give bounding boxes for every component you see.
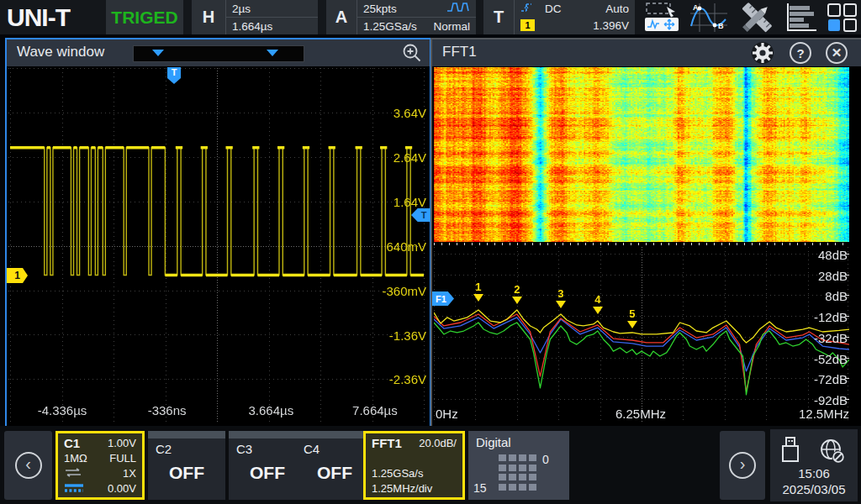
voltage-label: 3.64V — [367, 106, 426, 120]
peak-marker-number: 1 — [471, 281, 486, 293]
digital-channel-square — [519, 484, 526, 491]
fft-window: FFT1 ? ✕ 48dB — [430, 38, 861, 428]
voltage-label: -2.36V — [367, 372, 426, 386]
channel4-id: C4 — [296, 438, 373, 456]
peak-marker-number: 5 — [625, 308, 640, 320]
clock-date: 2025/03/05 — [770, 482, 858, 496]
peak-marker: 2 — [510, 284, 525, 304]
display-layout-button[interactable] — [826, 2, 859, 33]
channel1-impedance: 1MΩ — [64, 452, 87, 465]
dropdown-arrow-icon[interactable] — [152, 50, 164, 56]
scroll-right-button[interactable]: › — [720, 431, 765, 500]
scroll-left-button[interactable]: ‹ — [4, 431, 52, 500]
memory-depth: 25kpts — [363, 3, 397, 15]
digital-first-channel: 0 — [542, 453, 549, 466]
fft1-rate: 1.25GSa/s — [372, 467, 423, 480]
peak-marker-number: 4 — [590, 294, 605, 306]
selection-box-icon — [647, 3, 670, 13]
digital-channel-square — [529, 474, 536, 480]
time-label: -4.336µs — [22, 403, 103, 417]
timebase-position: 1.664µs — [226, 18, 318, 34]
horizontal-label: H — [192, 0, 226, 34]
channel3-tile[interactable]: C3 OFF — [229, 431, 306, 500]
horizontal-menu-button[interactable]: H 2µs 1.664µs — [192, 0, 318, 34]
peak-marker-triangle-icon — [593, 307, 603, 314]
digital-channel-square — [499, 484, 506, 491]
cursor-arrow-icon — [667, 7, 675, 18]
svg-text:B: B — [718, 22, 724, 30]
peak-marker: 1 — [471, 281, 486, 302]
wave-window-title: Wave window — [17, 44, 104, 60]
digital-channel-square — [509, 465, 516, 471]
cursor-ab-button[interactable]: A B — [688, 2, 730, 33]
wave-window-titlebar[interactable]: Wave window — [7, 39, 430, 66]
peak-marker-number: 2 — [510, 284, 525, 296]
channel4-state: OFF — [296, 463, 373, 483]
trigger-label: T — [483, 0, 515, 34]
db-label: -52dB — [797, 352, 848, 366]
db-label: 28dB — [797, 269, 848, 283]
peak-marker-triangle-icon — [512, 297, 522, 304]
fft-window-titlebar[interactable]: FFT1 ? ✕ — [432, 39, 861, 66]
peak-marker: 3 — [553, 288, 568, 308]
wave-graph[interactable] — [7, 66, 426, 423]
fft1-scale: 20.0dB/ — [419, 437, 457, 449]
measure-button[interactable] — [736, 2, 778, 33]
digital-channel-square — [509, 474, 516, 480]
wave-source-selector[interactable] — [133, 45, 304, 62]
fft1-id: FFT1 — [372, 436, 402, 450]
frequency-label: 0Hz — [436, 407, 458, 421]
channel2-tile[interactable]: C2 OFF — [148, 431, 225, 500]
network-offline-icon — [819, 438, 846, 465]
digital-tile[interactable]: Digital 0 15 — [468, 431, 569, 500]
zoom-in-icon[interactable] — [402, 43, 423, 67]
trigger-menu-button[interactable]: T DC Auto 1 1.396V — [483, 0, 635, 34]
digital-channel-square — [499, 474, 506, 480]
coupling-icon — [64, 467, 82, 480]
fft-settings-button[interactable] — [752, 42, 774, 64]
channel3-id: C3 — [229, 438, 306, 456]
digital-channel-square — [529, 454, 536, 461]
usb-icon — [779, 434, 802, 465]
channel2-state: OFF — [148, 463, 225, 483]
db-label: -72dB — [797, 372, 848, 386]
channel4-tile[interactable]: C4 OFF — [296, 431, 373, 500]
voltage-label: -1.36V — [367, 328, 426, 343]
digital-channel-square — [509, 484, 516, 491]
digital-channel-square — [529, 484, 536, 491]
fft1-resolution: 1.25MHz/div — [372, 482, 432, 495]
top-toolbar: UNI-T TRIGED H 2µs 1.664µs A 25kpts 1.25… — [0, 0, 861, 34]
acquire-mode: Normal — [433, 20, 470, 33]
trigger-coupling: DC — [545, 3, 562, 15]
voltage-label: -360mV — [367, 284, 426, 298]
trigger-position-marker[interactable]: T — [167, 67, 181, 84]
voltage-label: 2.64V — [367, 150, 426, 165]
help-icon[interactable]: ? — [790, 42, 811, 64]
fft-trace-graph[interactable] — [434, 245, 849, 423]
fft1-tile[interactable]: FFT120.0dB/ 1.25GSa/s 1.25MHz/div — [363, 431, 465, 500]
bandwidth-icon — [64, 482, 84, 495]
bottom-bar: ‹ C11.00V 1MΩFULL 1X 0.00V C2 OFF C3 OFF — [0, 426, 861, 504]
time-label: -336ns — [127, 403, 208, 417]
drag-select-mode-button[interactable] — [639, 2, 684, 33]
dropdown-arrow-icon[interactable] — [267, 50, 278, 56]
trigger-status-badge: TRIGED — [106, 0, 183, 34]
acquire-menu-button[interactable]: A 25kpts 1.25GSa/s Normal — [326, 0, 476, 34]
channel1-tile[interactable]: C11.00V 1MΩFULL 1X 0.00V — [55, 431, 145, 500]
peak-marker-triangle-icon — [556, 301, 566, 308]
svg-text:A: A — [693, 3, 699, 12]
system-status-tile[interactable]: 15:06 2025/03/05 — [770, 429, 858, 501]
voltage-label: 1.64V — [367, 195, 426, 209]
digital-channel-square — [519, 454, 526, 461]
close-icon[interactable]: ✕ — [826, 42, 848, 64]
db-label: 48dB — [797, 248, 848, 262]
peak-marker-triangle-icon — [627, 321, 637, 328]
sample-rate: 1.25GSa/s — [363, 20, 417, 33]
peak-marker-triangle-icon — [473, 294, 483, 302]
statistics-button[interactable] — [783, 2, 821, 33]
peak-marker: 5 — [625, 308, 640, 328]
digital-label: Digital — [468, 431, 569, 449]
frequency-label: 6.25MHz — [611, 407, 670, 421]
trigger-level-value: 1.396V — [593, 19, 629, 32]
voltage-label: 640mV — [367, 239, 426, 254]
